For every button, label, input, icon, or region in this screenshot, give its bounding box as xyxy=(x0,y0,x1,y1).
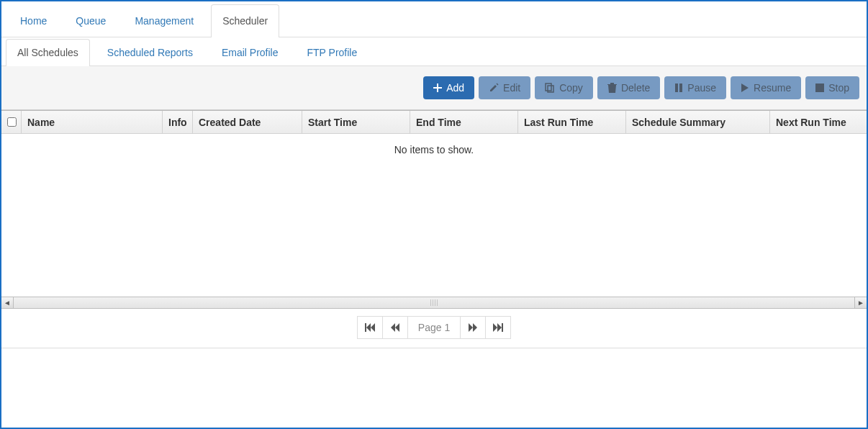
trash-icon xyxy=(607,83,617,93)
resume-button[interactable]: Resume xyxy=(731,76,801,99)
schedule-grid: Name Info Created Date Start Time End Ti… xyxy=(1,110,867,348)
tab-management[interactable]: Management xyxy=(123,4,205,37)
scroll-grip-icon xyxy=(430,299,438,306)
first-page-icon xyxy=(365,323,375,332)
select-all-checkbox[interactable] xyxy=(7,117,17,127)
subtab-email-profile[interactable]: Email Profile xyxy=(210,39,290,66)
tab-scheduler[interactable]: Scheduler xyxy=(211,4,279,37)
column-info[interactable]: Info xyxy=(163,111,193,133)
svg-rect-2 xyxy=(675,83,678,92)
pager: Page 1 xyxy=(1,309,867,348)
column-select-all[interactable] xyxy=(1,111,22,133)
play-icon xyxy=(741,83,749,92)
column-start-time[interactable]: Start Time xyxy=(302,111,410,133)
pager-first-button[interactable] xyxy=(357,316,383,339)
copy-icon xyxy=(545,83,555,93)
toolbar: Add Edit Copy Delete Pause xyxy=(1,66,867,110)
scroll-left-icon[interactable]: ◄ xyxy=(1,297,14,308)
pause-icon xyxy=(674,83,683,92)
add-button-label: Add xyxy=(446,82,464,94)
delete-button-label: Delete xyxy=(621,82,650,94)
app-frame: Home Queue Management Scheduler All Sche… xyxy=(0,0,868,429)
column-next-run-time[interactable]: Next Run Time xyxy=(770,111,867,133)
stop-icon xyxy=(815,83,824,92)
edit-button-label: Edit xyxy=(503,82,520,94)
copy-button-label: Copy xyxy=(559,82,583,94)
scroll-right-icon[interactable]: ► xyxy=(854,297,867,308)
sub-tabs: All Schedules Scheduled Reports Email Pr… xyxy=(1,37,867,66)
prev-page-icon xyxy=(391,323,399,332)
svg-rect-4 xyxy=(815,83,824,92)
column-schedule-summary[interactable]: Schedule Summary xyxy=(626,111,770,133)
svg-rect-0 xyxy=(546,83,551,91)
svg-rect-3 xyxy=(679,83,682,92)
pause-button-label: Pause xyxy=(687,82,716,94)
stop-button[interactable]: Stop xyxy=(805,76,859,99)
resume-button-label: Resume xyxy=(754,82,791,94)
delete-button[interactable]: Delete xyxy=(597,76,660,99)
copy-button[interactable]: Copy xyxy=(535,76,593,99)
main-tabs: Home Queue Management Scheduler xyxy=(1,1,867,37)
pager-prev-button[interactable] xyxy=(382,316,408,339)
pager-page-label: Page 1 xyxy=(407,316,461,339)
tab-queue[interactable]: Queue xyxy=(64,4,117,37)
pause-button[interactable]: Pause xyxy=(664,76,726,99)
subtab-ftp-profile[interactable]: FTP Profile xyxy=(296,39,369,66)
grid-empty-message: No items to show. xyxy=(1,134,867,155)
tab-home[interactable]: Home xyxy=(9,4,58,37)
plus-icon xyxy=(433,83,442,92)
pager-next-button[interactable] xyxy=(460,316,486,339)
pencil-icon xyxy=(489,83,499,93)
horizontal-scrollbar[interactable]: ◄ ► xyxy=(1,297,867,309)
pager-last-button[interactable] xyxy=(485,316,511,339)
last-page-icon xyxy=(493,323,503,332)
column-created-date[interactable]: Created Date xyxy=(193,111,302,133)
next-page-icon xyxy=(469,323,477,332)
column-end-time[interactable]: End Time xyxy=(410,111,518,133)
grid-header: Name Info Created Date Start Time End Ti… xyxy=(1,111,867,134)
stop-button-label: Stop xyxy=(828,82,849,94)
subtab-scheduled-reports[interactable]: Scheduled Reports xyxy=(96,39,204,66)
column-last-run-time[interactable]: Last Run Time xyxy=(518,111,626,133)
edit-button[interactable]: Edit xyxy=(479,76,530,99)
column-name[interactable]: Name xyxy=(22,111,163,133)
subtab-all-schedules[interactable]: All Schedules xyxy=(6,39,90,66)
add-button[interactable]: Add xyxy=(423,76,474,99)
grid-body: No items to show. xyxy=(1,134,867,297)
